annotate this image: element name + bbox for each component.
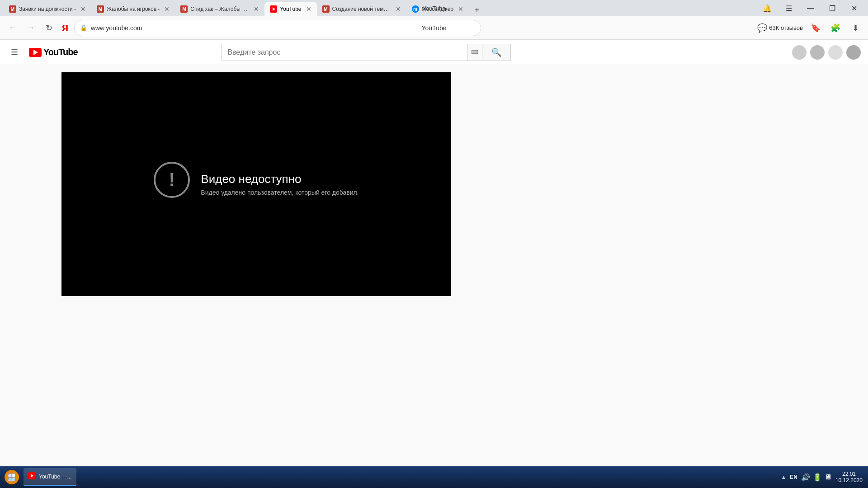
browser-tab-6[interactable]: m Мессенджер ✕ — [406, 2, 469, 16]
taskbar: 🪟 YouTube —... ▲ EN 🔊 🔋 🖥 22:01 10.12.20… — [0, 466, 868, 488]
youtube-logo[interactable]: YouTube — [29, 47, 78, 57]
back-button[interactable]: ← — [5, 21, 20, 35]
page-content: ☰ YouTube ⌨ 🔍 — [0, 40, 868, 488]
youtube-logo-text: YouTube — [43, 47, 78, 57]
address-bar[interactable]: 🔒 www.youtube.com — [74, 20, 481, 36]
taskbar-system-icons: 🔊 🔋 🖥 — [801, 473, 832, 482]
browser-tab-2[interactable]: M Жалобы на игроков - ✕ — [91, 2, 175, 16]
search-button[interactable]: 🔍 — [482, 44, 511, 61]
minimize-button[interactable]: — — [800, 0, 821, 16]
unavailable-text: Видео недоступно Видео удалено пользоват… — [201, 172, 359, 196]
hamburger-menu-button[interactable]: ☰ — [7, 44, 22, 61]
battery-icon[interactable]: 🔋 — [813, 473, 822, 482]
bookmark-button[interactable]: 🔖 — [808, 21, 823, 35]
taskbar-item-icon — [28, 472, 35, 481]
tab-3-label: Спид хак – Жалобы на... — [190, 6, 249, 12]
youtube-play-icon — [33, 50, 38, 55]
restore-button[interactable]: ❐ — [822, 0, 843, 16]
tab-3-close[interactable]: ✕ — [254, 5, 259, 13]
avatar-1[interactable] — [792, 45, 807, 60]
tab-5-label: Создание новой темы... — [332, 6, 391, 12]
extensions-button[interactable]: 🧩 — [828, 21, 843, 35]
new-tab-button[interactable]: + — [471, 4, 483, 16]
tab-2-close[interactable]: ✕ — [164, 5, 170, 13]
tab-4-close[interactable]: ✕ — [306, 5, 311, 13]
forward-button[interactable]: → — [24, 21, 38, 35]
start-icon: 🪟 — [5, 470, 19, 484]
video-player: ! Видео недоступно Видео удалено пользов… — [61, 72, 451, 296]
youtube-header-right — [792, 45, 861, 60]
exclamation-mark: ! — [169, 170, 175, 189]
close-button[interactable]: ✕ — [844, 0, 864, 16]
display-icon[interactable]: 🖥 — [825, 473, 832, 481]
avatar-3[interactable] — [828, 45, 843, 60]
download-button[interactable]: ⬇ — [848, 21, 863, 35]
reviews-count: 63К отзывов — [769, 24, 803, 31]
keyboard-button[interactable]: ⌨ — [467, 44, 482, 61]
tab-6-close[interactable]: ✕ — [458, 5, 463, 13]
youtube-header: ☰ YouTube ⌨ 🔍 — [0, 40, 868, 65]
youtube-logo-icon — [29, 48, 42, 57]
taskbar-youtube-item[interactable]: YouTube —... — [24, 468, 76, 486]
refresh-button[interactable]: ↻ — [42, 21, 56, 35]
tab-6-label: Мессенджер — [422, 6, 453, 12]
tab-1-label: Заявки на должности - — [19, 6, 76, 12]
taskbar-language: EN — [790, 474, 797, 480]
reviews-bubble-icon: 💬 — [757, 23, 767, 33]
tab-4-label: YouTube — [280, 6, 301, 12]
volume-icon[interactable]: 🔊 — [801, 473, 810, 482]
tab-2-label: Жалобы на игроков - — [107, 6, 160, 12]
reviews-badge[interactable]: 💬 63К отзывов — [757, 23, 803, 33]
start-button[interactable]: 🪟 — [2, 467, 22, 487]
taskbar-chevron-up[interactable]: ▲ — [781, 474, 786, 480]
taskbar-time: 22:01 — [842, 471, 856, 477]
avatar-4[interactable] — [846, 45, 861, 60]
browser-tab-3[interactable]: M Спид хак – Жалобы на... ✕ — [175, 2, 264, 16]
taskbar-right: ▲ EN 🔊 🔋 🖥 22:01 10.12.2020 — [781, 471, 866, 483]
unavailable-subtitle: Видео удалено пользователем, который его… — [201, 189, 359, 196]
lock-icon: 🔒 — [80, 24, 87, 31]
taskbar-date: 10.12.2020 — [835, 477, 863, 483]
address-text: www.youtube.com — [91, 24, 475, 32]
unavailable-icon: ! — [154, 162, 190, 198]
search-input[interactable] — [222, 44, 467, 61]
yandex-logo: Я — [61, 22, 69, 34]
taskbar-clock[interactable]: 22:01 10.12.2020 — [835, 471, 863, 483]
notification-button[interactable]: 🔔 — [757, 0, 778, 16]
unavailable-title: Видео недоступно — [201, 172, 301, 186]
browser-tab-4[interactable]: YouTube ✕ — [264, 2, 316, 16]
avatar-2[interactable] — [810, 45, 825, 60]
search-icon: 🔍 — [491, 47, 501, 57]
tab-1-close[interactable]: ✕ — [80, 5, 86, 13]
taskbar-item-label: YouTube —... — [39, 474, 72, 480]
youtube-search-form: ⌨ 🔍 — [222, 44, 511, 61]
browser-tab-1[interactable]: M Заявки на должности - ✕ — [4, 2, 91, 16]
browser-tab-5[interactable]: M Создание новой темы... ✕ — [317, 2, 406, 16]
tab-5-close[interactable]: ✕ — [396, 5, 401, 13]
menu-button[interactable]: ☰ — [778, 0, 799, 16]
